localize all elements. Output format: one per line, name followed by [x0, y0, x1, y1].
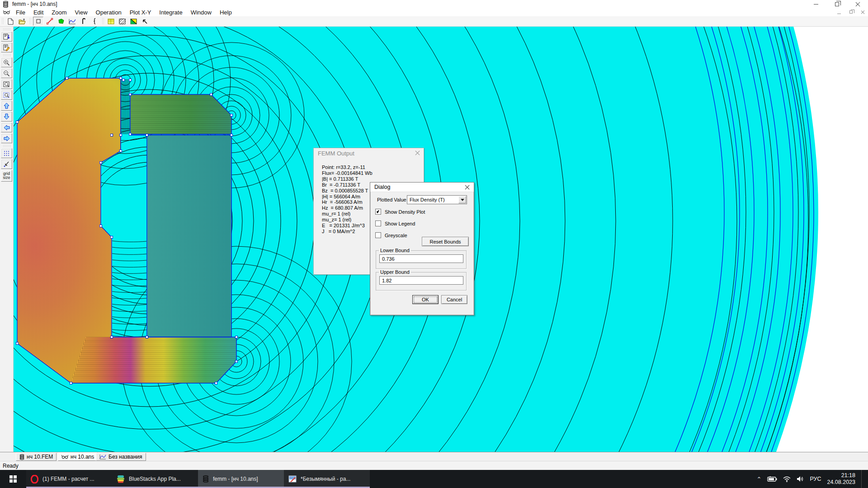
zoom-extents-button[interactable]	[1, 79, 12, 89]
taskbar-app-bluestacks[interactable]: BlueStacks App Pla...	[112, 470, 198, 488]
show-grid-button[interactable]	[1, 148, 12, 158]
menu-window[interactable]: Window	[187, 9, 216, 16]
show-legend-checkbox[interactable]	[375, 221, 381, 226]
menu-edit[interactable]: Edit	[29, 9, 47, 16]
show-density-plot-label: Show Density Plot	[385, 209, 425, 215]
toolbar-grip	[29, 18, 31, 25]
language-indicator[interactable]: РУС	[810, 476, 821, 482]
taskbar: (1) FEMM - расчет ... BlueStacks App Pla…	[0, 470, 868, 488]
plot-settings-dialog[interactable]: Dialog Plotted Value Flux Density (T) Sh…	[370, 182, 474, 315]
tab-untitled-plot[interactable]: Без названия	[96, 453, 146, 461]
taskbar-clock[interactable]: 21:18 24.08.2023	[827, 472, 855, 486]
tab-label: нч 10.ans	[71, 454, 94, 460]
restore-button[interactable]	[826, 0, 847, 8]
new-file-button[interactable]	[5, 17, 16, 26]
wifi-icon[interactable]	[783, 476, 791, 482]
show-legend-label: Show Legend	[385, 221, 415, 226]
edit-document-button[interactable]	[1, 42, 12, 52]
left-toolbar: grid size	[0, 27, 14, 452]
menu-bar: File Edit Zoom View Operation Plot X-Y I…	[0, 8, 868, 16]
menu-zoom[interactable]: Zoom	[47, 9, 71, 16]
open-file-button[interactable]	[17, 17, 27, 26]
plotted-value-selected: Flux Density (T)	[410, 197, 445, 202]
pan-down-button[interactable]	[1, 112, 12, 122]
toolbar-grip	[3, 145, 11, 147]
plot-xy-button[interactable]	[67, 17, 77, 26]
reset-bounds-button[interactable]: Reset Bounds	[422, 237, 469, 246]
toolbar-grip	[3, 54, 11, 56]
tab-fem-file[interactable]: нч 10.FEM	[16, 453, 57, 461]
menu-integrate[interactable]: Integrate	[155, 9, 186, 16]
taskbar-app-label: BlueStacks App Pla...	[129, 476, 181, 482]
mdi-close-button[interactable]	[859, 9, 866, 15]
menu-operation[interactable]: Operation	[92, 9, 126, 16]
window-title: femm - [нч 10.ans]	[12, 1, 57, 7]
dialog-title: Dialog	[370, 183, 474, 192]
show-density-plot-button[interactable]	[128, 17, 139, 26]
greyscale-label: Greyscale	[385, 233, 407, 238]
menu-file[interactable]: File	[12, 9, 29, 16]
upper-bound-input[interactable]	[379, 276, 463, 285]
bluestacks-icon	[117, 475, 125, 483]
line-integral-button[interactable]	[78, 17, 89, 26]
paint-icon	[288, 475, 297, 483]
document-tab-bar: нч 10.FEM нч 10.ans Без названия	[0, 452, 868, 461]
taskbar-app-opera-femm[interactable]: (1) FEMM - расчет ...	[26, 470, 112, 488]
pointer-button[interactable]	[140, 17, 150, 26]
pan-up-button[interactable]	[1, 101, 12, 111]
taskbar-app-label: *Безымянный - ра...	[301, 476, 350, 482]
lower-bound-label: Lower Bound	[379, 248, 411, 253]
start-button[interactable]	[0, 470, 26, 488]
zoom-in-button[interactable]	[1, 57, 12, 67]
point-readout-line: |B| = 0.711336 T	[314, 176, 424, 182]
cancel-button[interactable]: Cancel	[441, 295, 467, 304]
taskbar-app-label: (1) FEMM - расчет ...	[42, 476, 94, 482]
output-window-button[interactable]	[1, 32, 12, 42]
show-grid-window-button[interactable]	[106, 17, 116, 26]
pan-right-button[interactable]	[1, 133, 12, 143]
close-icon[interactable]	[415, 150, 420, 155]
greyscale-checkbox[interactable]	[375, 232, 381, 238]
tab-label: нч 10.FEM	[27, 454, 53, 460]
chevron-down-icon[interactable]	[458, 196, 466, 203]
snap-to-grid-button[interactable]	[1, 159, 12, 169]
toolbar-grip	[3, 28, 11, 30]
clock-time: 21:18	[827, 472, 855, 479]
femm-output-title: FEMM Output	[314, 148, 424, 158]
mdi-restore-button[interactable]	[847, 9, 854, 15]
lower-bound-input[interactable]	[379, 254, 463, 263]
zoom-out-button[interactable]	[1, 68, 12, 78]
point-values-mode-button[interactable]	[33, 17, 43, 26]
pan-left-button[interactable]	[1, 122, 12, 132]
show-density-plot-checkbox[interactable]	[375, 209, 381, 215]
ok-button[interactable]: OK	[412, 295, 439, 304]
block-mode-button[interactable]	[56, 17, 66, 26]
menu-help[interactable]: Help	[216, 9, 236, 16]
close-icon[interactable]	[465, 185, 470, 190]
point-readout-line: Point: r=33.2, z=-11	[314, 164, 424, 170]
close-button[interactable]	[847, 0, 868, 8]
block-integral-button[interactable]	[90, 17, 100, 26]
plotted-value-select[interactable]: Flux Density (T)	[407, 195, 467, 204]
plotted-value-label: Plotted Value	[377, 197, 406, 202]
taskbar-app-femm[interactable]: femm - [нч 10.ans]	[198, 470, 284, 488]
menu-view[interactable]: View	[71, 9, 92, 16]
zoom-window-button[interactable]	[1, 90, 12, 100]
show-mesh-button[interactable]	[117, 17, 127, 26]
minimize-button[interactable]	[806, 0, 826, 8]
contour-mode-button[interactable]	[44, 17, 55, 26]
field-plot-canvas[interactable]: FEMM Output Point: r=33.2, z=-11 Flux= -…	[14, 27, 868, 452]
status-text: Ready	[3, 463, 19, 469]
tray-expand-icon[interactable]: ⌃	[757, 476, 762, 483]
battery-icon[interactable]	[767, 476, 777, 482]
menu-plot-xy[interactable]: Plot X-Y	[126, 9, 156, 16]
taskbar-app-paint[interactable]: *Безымянный - ра...	[284, 470, 370, 488]
speaker-icon[interactable]	[797, 476, 804, 482]
title-bar: femm - [нч 10.ans]	[0, 0, 868, 8]
armature-region	[130, 94, 231, 134]
show-desktop-button[interactable]	[861, 470, 863, 488]
opera-icon	[31, 475, 38, 483]
grid-size-button[interactable]: grid size	[1, 170, 12, 182]
mdi-minimize-button[interactable]	[835, 9, 843, 15]
tab-ans-file[interactable]: нч 10.ans	[58, 452, 98, 461]
